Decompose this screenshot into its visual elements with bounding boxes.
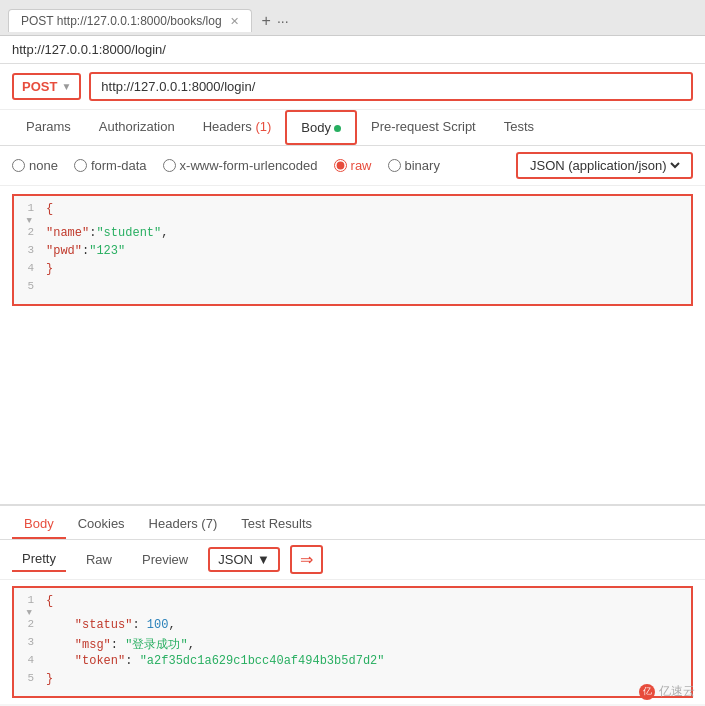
address-bar: http://127.0.0.1:8000/login/ <box>0 36 705 64</box>
option-raw[interactable]: raw <box>334 158 372 173</box>
resp-code-line-3: 3 "msg": "登录成功", <box>14 636 691 654</box>
body-options-row: none form-data x-www-form-urlencoded raw… <box>0 146 705 186</box>
json-dropdown-icon: ▼ <box>257 552 270 567</box>
tab-label: POST http://127.0.0.1:8000/books/log <box>21 14 222 28</box>
code-line-1: 1 ▼ { <box>14 202 691 226</box>
resp-code-line-4: 4 "token": "a2f35dc1a629c1bcc40af494b3b5… <box>14 654 691 672</box>
method-select[interactable]: POST ▼ <box>12 73 81 100</box>
code-line-2: 2 "name":"student", <box>14 226 691 244</box>
code-line-4: 4 } <box>14 262 691 280</box>
address-text: http://127.0.0.1:8000/login/ <box>12 42 166 57</box>
resp-format-pretty[interactable]: Pretty <box>12 547 66 572</box>
option-binary[interactable]: binary <box>388 158 440 173</box>
code-line-3: 3 "pwd":"123" <box>14 244 691 262</box>
tab-authorization[interactable]: Authorization <box>85 111 189 144</box>
url-input[interactable] <box>89 72 693 101</box>
tab-close-icon[interactable]: ✕ <box>230 15 239 28</box>
resp-code-line-2: 2 "status": 100, <box>14 618 691 636</box>
resp-json-btn[interactable]: JSON ▼ <box>208 547 280 572</box>
resp-tab-test-results[interactable]: Test Results <box>229 510 324 539</box>
response-code-editor: 1 ▼ { 2 "status": 100, 3 "msg": "登录成功", … <box>12 586 693 698</box>
option-none[interactable]: none <box>12 158 58 173</box>
save-response-icon: ⇒ <box>300 550 313 569</box>
resp-code-line-1: 1 ▼ { <box>14 594 691 618</box>
editor-empty-space <box>0 314 705 500</box>
response-toolbar: Pretty Raw Preview JSON ▼ ⇒ <box>0 540 705 580</box>
resp-format-raw[interactable]: Raw <box>76 548 122 571</box>
resp-code-line-5: 5 } <box>14 672 691 690</box>
watermark: 亿 亿速云 <box>639 683 695 700</box>
method-arrow-icon: ▼ <box>61 81 71 92</box>
code-line-5: 5 <box>14 280 691 298</box>
request-code-editor[interactable]: 1 ▼ { 2 "name":"student", 3 "pwd":"123" … <box>12 194 693 306</box>
tab-params[interactable]: Params <box>12 111 85 144</box>
watermark-text: 亿速云 <box>659 683 695 700</box>
method-label: POST <box>22 79 57 94</box>
body-dot-indicator <box>334 125 341 132</box>
watermark-icon: 亿 <box>639 684 655 700</box>
browser-tab-bar: POST http://127.0.0.1:8000/books/log ✕ +… <box>0 0 705 36</box>
tab-headers[interactable]: Headers (1) <box>189 111 286 144</box>
postman-main: POST ▼ Params Authorization Headers (1) … <box>0 64 705 704</box>
resp-tab-body[interactable]: Body <box>12 510 66 539</box>
request-tabs-row: Params Authorization Headers (1) Body Pr… <box>0 110 705 146</box>
resp-tab-headers[interactable]: Headers (7) <box>137 510 230 539</box>
tab-prerequest[interactable]: Pre-request Script <box>357 111 490 144</box>
response-tabs-row: Body Cookies Headers (7) Test Results <box>0 506 705 540</box>
browser-tab[interactable]: POST http://127.0.0.1:8000/books/log ✕ <box>8 9 252 32</box>
tab-body[interactable]: Body <box>285 110 357 145</box>
json-format-selector[interactable]: JSON (application/json) <box>516 152 693 179</box>
more-tabs-button[interactable]: ··· <box>277 13 289 29</box>
option-form-data[interactable]: form-data <box>74 158 147 173</box>
resp-tab-cookies[interactable]: Cookies <box>66 510 137 539</box>
resp-save-btn[interactable]: ⇒ <box>290 545 323 574</box>
json-format-select[interactable]: JSON (application/json) <box>526 157 683 174</box>
resp-format-preview[interactable]: Preview <box>132 548 198 571</box>
option-urlencoded[interactable]: x-www-form-urlencoded <box>163 158 318 173</box>
request-bar: POST ▼ <box>0 64 705 110</box>
new-tab-button[interactable]: + <box>256 12 277 30</box>
tab-tests[interactable]: Tests <box>490 111 548 144</box>
